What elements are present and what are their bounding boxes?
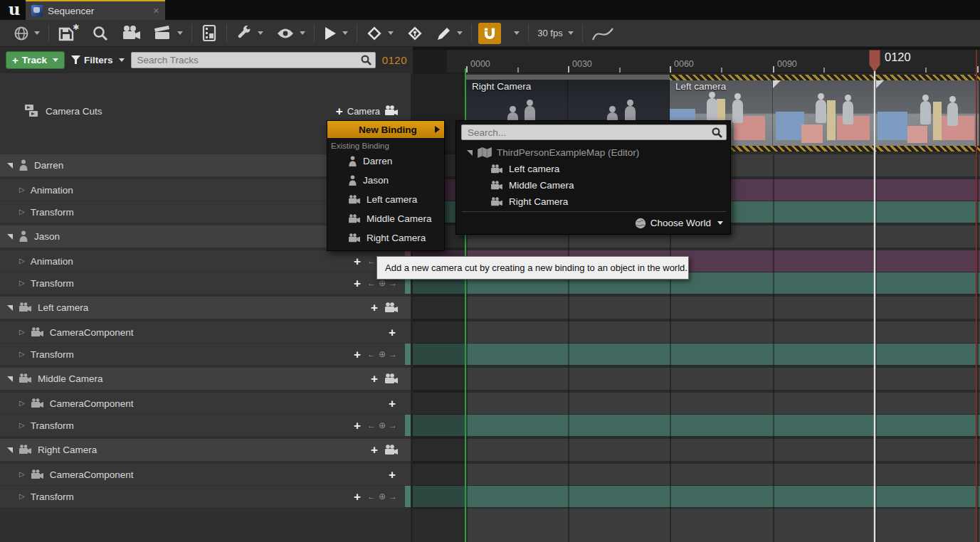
chevron-down-icon[interactable] <box>258 31 263 35</box>
current-time-display[interactable]: 0120 <box>382 54 407 66</box>
create-camera-button[interactable] <box>115 23 147 44</box>
snapping-button[interactable] <box>474 23 505 44</box>
sequence-tools-button[interactable] <box>194 23 224 44</box>
track-row-cameracomponent[interactable]: ▷ CameraComponent + <box>0 393 411 414</box>
add-key-icon: ⊕ <box>379 491 386 501</box>
track-row-cameracomponent[interactable]: ▷ CameraComponent + <box>0 322 411 343</box>
expand-arrow-icon[interactable] <box>7 163 13 169</box>
expand-arrow-icon[interactable] <box>467 150 473 156</box>
collapse-arrow-icon[interactable]: ▷ <box>19 257 25 265</box>
add-button[interactable]: + <box>371 373 378 385</box>
chevron-down-icon[interactable] <box>514 31 520 35</box>
picker-search-input[interactable] <box>461 124 727 140</box>
track-row-transform[interactable]: ▷ Transform +←⊕→ <box>0 415 411 436</box>
chevron-down-icon[interactable] <box>300 31 305 35</box>
track-row-right-camera[interactable]: Right Camera + <box>0 439 411 461</box>
find-in-content-browser-button[interactable] <box>85 23 115 44</box>
picker-world-row[interactable]: ThirdPersonExampleMap (Editor) <box>456 144 730 161</box>
menu-item-jason[interactable]: Jason <box>327 171 444 190</box>
picker-item-right-camera[interactable]: Right Camera <box>456 193 730 210</box>
collapse-arrow-icon[interactable]: ▷ <box>19 422 25 429</box>
track-row-middle-camera[interactable]: Middle Camera + <box>0 368 411 390</box>
key-navigation[interactable]: ←⊕→ <box>367 349 397 359</box>
plus-icon: + <box>12 54 19 66</box>
tab-sequencer[interactable]: Sequencer ✕ <box>26 0 165 20</box>
add-button[interactable]: + <box>389 326 396 339</box>
chevron-down-icon[interactable] <box>177 31 183 35</box>
collapse-arrow-icon[interactable]: ▷ <box>19 400 25 407</box>
world-options-button[interactable] <box>7 23 46 44</box>
add-button[interactable]: + <box>389 469 396 481</box>
add-button[interactable]: + <box>354 277 361 289</box>
close-icon[interactable]: ✕ <box>153 7 159 15</box>
chevron-down-icon[interactable] <box>388 31 394 35</box>
playback-end-line[interactable] <box>976 50 977 542</box>
cine-camera-icon[interactable] <box>384 302 399 314</box>
collapse-arrow-icon[interactable]: ▷ <box>19 471 25 478</box>
chevron-down-icon[interactable] <box>568 31 574 35</box>
prev-key-icon: ← <box>367 349 376 359</box>
collapse-arrow-icon[interactable]: ▷ <box>19 329 25 336</box>
curve-editor-button[interactable] <box>585 23 621 44</box>
save-button[interactable]: ✱ <box>51 23 85 44</box>
collapse-arrow-icon[interactable]: ▷ <box>19 208 25 216</box>
keyframe-options-button[interactable] <box>359 23 400 44</box>
auto-key-button[interactable] <box>400 23 430 44</box>
picker-item-left-camera[interactable]: Left camera <box>456 161 730 177</box>
search-tracks-box[interactable] <box>131 52 376 68</box>
add-button[interactable]: + <box>354 420 361 432</box>
chevron-down-icon[interactable] <box>342 31 348 35</box>
key-navigation[interactable]: ←⊕→ <box>367 278 397 288</box>
search-tracks-input[interactable] <box>131 52 376 68</box>
picker-search-box[interactable] <box>461 124 727 140</box>
playback-options-button[interactable] <box>317 23 354 44</box>
collapse-arrow-icon[interactable]: ▷ <box>19 493 25 500</box>
edit-options-button[interactable] <box>430 23 469 44</box>
snapping-options-caret[interactable] <box>505 23 526 44</box>
cine-camera-icon[interactable] <box>384 373 399 385</box>
track-row-left-camera[interactable]: Left camera + <box>0 297 411 319</box>
add-button[interactable]: + <box>354 349 361 361</box>
expand-arrow-icon[interactable] <box>7 447 13 453</box>
track-row-animation[interactable]: ▷ Animation +←⊕→ <box>0 250 411 272</box>
filters-button[interactable]: Filters <box>71 55 125 65</box>
playhead-line[interactable] <box>874 71 875 542</box>
menu-item-right-camera[interactable]: Right Camera <box>327 228 444 248</box>
time-ruler[interactable]: 0000 0030 0060 0090 0120 <box>413 47 980 73</box>
menu-item-darren[interactable]: Darren <box>327 152 444 171</box>
expand-arrow-icon[interactable] <box>7 376 13 382</box>
magnet-button-bg[interactable] <box>478 23 501 44</box>
collapse-arrow-icon[interactable]: ▷ <box>19 186 25 193</box>
add-button[interactable]: + <box>354 491 361 503</box>
add-button[interactable]: + <box>371 444 378 456</box>
menu-item-middle-camera[interactable]: Middle Camera <box>327 209 444 228</box>
menu-item-new-binding[interactable]: New Binding <box>327 121 444 138</box>
chevron-down-icon[interactable] <box>457 31 463 35</box>
menu-item-left-camera[interactable]: Left camera <box>327 190 444 209</box>
choose-world-button[interactable]: Choose World <box>635 214 723 232</box>
view-options-button[interactable] <box>270 23 312 44</box>
add-button[interactable]: + <box>354 255 361 267</box>
collapse-arrow-icon[interactable]: ▷ <box>19 351 25 358</box>
playhead-marker[interactable] <box>869 50 880 72</box>
add-button[interactable]: + <box>371 302 378 314</box>
add-track-button[interactable]: + Track <box>6 51 65 69</box>
key-navigation[interactable]: ←⊕→ <box>367 420 397 430</box>
ruler-tick <box>721 68 722 73</box>
expand-arrow-icon[interactable] <box>7 234 13 240</box>
collapse-arrow-icon[interactable]: ▷ <box>19 280 25 287</box>
render-movie-button[interactable] <box>147 23 189 44</box>
track-row-cameracomponent[interactable]: ▷ CameraComponent + <box>0 464 411 485</box>
key-navigation[interactable]: ←⊕→ <box>367 491 397 501</box>
track-row-transform[interactable]: ▷ Transform +←⊕→ <box>0 344 411 365</box>
timeline-lane-transform <box>413 486 980 507</box>
fps-selector[interactable]: 30 fps <box>531 23 579 44</box>
add-camera-button[interactable]: + Camera <box>336 102 399 120</box>
actions-button[interactable] <box>229 23 270 44</box>
picker-item-middle-camera[interactable]: Middle Camera <box>456 177 730 193</box>
cine-camera-icon[interactable] <box>384 445 399 456</box>
add-button[interactable]: + <box>389 398 396 410</box>
track-row-transform[interactable]: ▷ Transform +←⊕→ <box>0 486 411 507</box>
track-row-transform[interactable]: ▷ Transform +←⊕→ <box>0 272 411 294</box>
expand-arrow-icon[interactable] <box>7 305 13 311</box>
